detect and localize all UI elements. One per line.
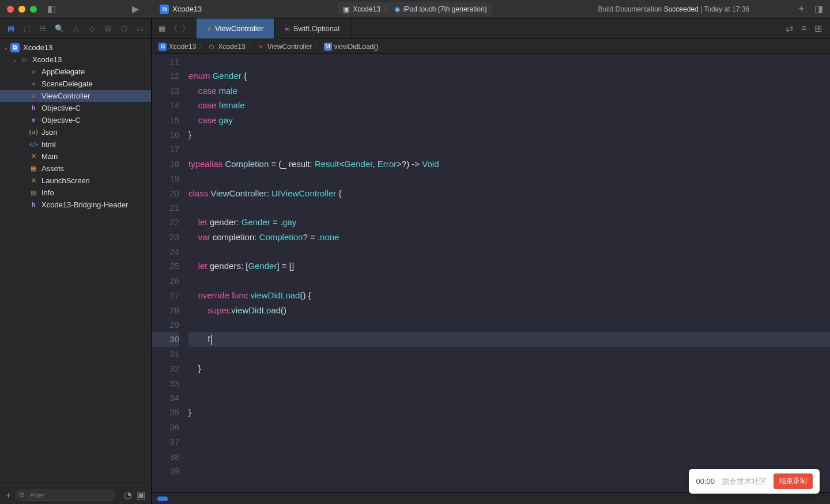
symbol-navigator-icon[interactable]: ☷ <box>39 24 47 33</box>
line-number: 26 <box>152 274 179 288</box>
swift-icon: ⟡ <box>257 43 265 51</box>
code-line[interactable] <box>188 376 830 391</box>
editor-options-icon[interactable]: ≡ <box>801 23 806 34</box>
code-line[interactable]: let genders: [Gender] = [] <box>188 259 830 273</box>
issue-navigator-icon[interactable]: △ <box>72 24 80 33</box>
filter-input[interactable] <box>16 490 115 501</box>
code-line[interactable]: var completion: Completion? = .none <box>188 230 830 244</box>
code-line[interactable]: case gay <box>188 113 830 127</box>
tree-group[interactable]: ⌄ 🗀 Xcode13 <box>0 54 151 66</box>
code-line[interactable]: class ViewController: UIViewController { <box>188 186 830 200</box>
code-line[interactable]: case female <box>188 98 830 112</box>
code-line[interactable] <box>188 142 830 156</box>
line-number: 11 <box>152 54 179 69</box>
code-line[interactable] <box>188 274 830 288</box>
breakpoint-navigator-icon[interactable]: ⬠ <box>120 24 129 33</box>
code-line[interactable] <box>188 449 830 464</box>
code-line[interactable] <box>188 347 830 361</box>
code-editor[interactable]: 1112131415161718192021222324252627282930… <box>152 54 830 492</box>
code-line[interactable]: super.viewDidLoad() <box>188 303 830 317</box>
source-control-navigator-icon[interactable]: ⬚ <box>23 24 31 33</box>
code-line[interactable] <box>188 434 830 449</box>
method-icon: M <box>324 43 332 51</box>
disclosure-icon[interactable]: ⌄ <box>13 56 20 63</box>
line-number: 13 <box>152 84 179 98</box>
line-number: 20 <box>152 186 179 200</box>
library-icon[interactable]: ◨ <box>814 3 823 14</box>
navigator-sidebar: ▤ ⬚ ☷ 🔍 △ ◇ ⊟ ⬠ ▭ ⌄ ⧉ Xcode13 ⌄ 🗀 Xcode1… <box>0 18 152 504</box>
project-navigator-icon[interactable]: ▤ <box>7 24 15 33</box>
tree-root[interactable]: ⌄ ⧉ Xcode13 <box>0 41 151 54</box>
forward-icon[interactable]: 〉 <box>182 24 190 34</box>
editor-tab[interactable]: ⟡ViewController <box>197 18 274 39</box>
tree-label: ViewController <box>42 92 90 100</box>
breadcrumb-item[interactable]: ⧉Xcode13 <box>159 43 196 51</box>
add-button[interactable]: + <box>799 3 804 14</box>
tree-file[interactable]: ✕Main <box>0 150 151 162</box>
navigator-filter-bar: + ◔ ▣ <box>0 486 151 504</box>
breadcrumb-item[interactable]: MviewDidLoad() <box>324 43 379 51</box>
report-navigator-icon[interactable]: ▭ <box>136 24 144 33</box>
run-button[interactable]: ▶ <box>132 3 139 14</box>
tree-label: Info <box>42 188 54 197</box>
code-line[interactable] <box>188 244 830 259</box>
code-line[interactable]: } <box>188 361 830 376</box>
debug-navigator-icon[interactable]: ⊟ <box>104 24 112 33</box>
tree-label: Main <box>42 152 58 161</box>
maximize-button[interactable] <box>30 6 37 13</box>
project-title: ⧉ Xcode13 <box>160 5 202 14</box>
breadcrumb-item[interactable]: 🗀Xcode13 <box>207 43 245 51</box>
code-line[interactable] <box>188 54 830 69</box>
editor-tab[interactable]: ∞Swift.Optional <box>274 18 350 39</box>
code-line[interactable]: override func viewDidLoad() { <box>188 288 830 302</box>
tree-file[interactable]: {a}Json <box>0 126 151 138</box>
tree-file[interactable]: mObjective-C <box>0 114 151 126</box>
code-content[interactable]: enum Gender { case male case female case… <box>185 54 830 492</box>
add-file-icon[interactable]: + <box>6 490 11 501</box>
stop-recording-button[interactable]: 结束录制 <box>774 473 813 489</box>
code-line[interactable]: } <box>188 405 830 419</box>
close-button[interactable] <box>7 6 14 13</box>
line-number: 27 <box>152 288 179 302</box>
line-number: 28 <box>152 303 179 317</box>
code-line[interactable]: typealias Completion = (_ result: Result… <box>188 157 830 171</box>
toggle-changes-icon[interactable]: ⇄ <box>786 23 793 34</box>
jump-bar[interactable]: ⧉Xcode13〉🗀Xcode13〉⟡ViewController〉MviewD… <box>152 39 830 54</box>
tree-file[interactable]: </>html <box>0 138 151 150</box>
back-icon[interactable]: 〈 <box>170 24 178 34</box>
code-line[interactable] <box>188 420 830 434</box>
tree-file[interactable]: ⟡AppDelegate <box>0 66 151 78</box>
code-line[interactable]: case male <box>188 84 830 98</box>
code-line[interactable]: let gender: Gender = .gay <box>188 215 830 229</box>
tree-file[interactable]: ⟡SceneDelegate <box>0 78 151 90</box>
status-indicator[interactable] <box>157 497 168 501</box>
code-line[interactable] <box>188 171 830 185</box>
line-number: 18 <box>152 157 179 171</box>
test-navigator-icon[interactable]: ◇ <box>88 24 96 33</box>
add-editor-icon[interactable]: ⊞ <box>814 23 822 34</box>
tree-file[interactable]: hObjective-C <box>0 102 151 114</box>
breadcrumb-label: Xcode13 <box>169 43 196 51</box>
minimize-button[interactable] <box>18 6 25 13</box>
sidebar-toggle-icon[interactable]: ◧ <box>47 3 56 14</box>
code-line[interactable] <box>188 391 830 405</box>
find-navigator-icon[interactable]: 🔍 <box>55 24 64 33</box>
code-line[interactable]: } <box>188 127 830 142</box>
tree-file[interactable]: ✕LaunchScreen <box>0 175 151 187</box>
related-items-icon[interactable]: ▦ <box>159 24 165 33</box>
chevron-right-icon: 〉 <box>248 41 255 51</box>
scheme-selector[interactable]: ▣ Xcode13 〉 ◉ iPod touch (7th generation… <box>337 2 492 16</box>
code-line[interactable] <box>188 200 830 215</box>
tree-file[interactable]: ▦Assets <box>0 162 151 175</box>
json-icon: {a} <box>29 128 38 137</box>
tree-file[interactable]: ▤Info <box>0 187 151 199</box>
code-line[interactable] <box>188 317 830 332</box>
tree-file[interactable]: hXcode13-Bridging-Header <box>0 199 151 211</box>
breadcrumb-item[interactable]: ⟡ViewController <box>257 43 312 51</box>
recent-filter-icon[interactable]: ◔ <box>124 490 132 501</box>
code-line[interactable]: enum Gender { <box>188 69 830 83</box>
disclosure-icon[interactable]: ⌄ <box>3 44 10 51</box>
tree-file[interactable]: ⟡ViewController <box>0 90 151 102</box>
scm-filter-icon[interactable]: ▣ <box>137 490 145 501</box>
code-line[interactable]: f <box>188 332 830 346</box>
